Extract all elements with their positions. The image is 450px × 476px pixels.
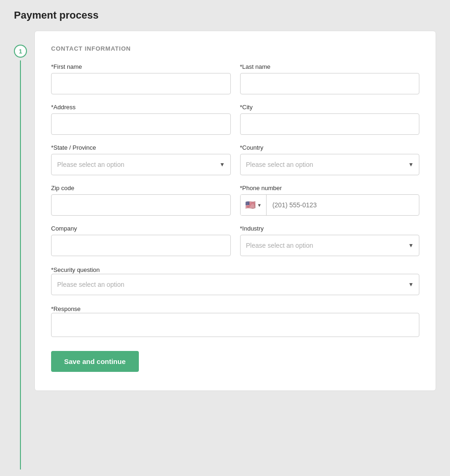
security-select[interactable]: Please select an option — [51, 274, 419, 295]
country-select-wrapper: Please select an option ▼ — [240, 154, 420, 175]
state-label: *State / Province — [51, 144, 231, 151]
address-row: *Address *City — [51, 104, 419, 135]
security-question-row: *Security question Please select an opti… — [51, 265, 419, 295]
company-input[interactable] — [51, 235, 231, 256]
address-input[interactable] — [51, 113, 231, 135]
country-select[interactable]: Please select an option — [240, 154, 420, 175]
industry-group: *Industry Please select an option ▼ — [240, 225, 420, 256]
industry-select[interactable]: Please select an option — [240, 235, 420, 256]
zip-phone-row: Zip code *Phone number 🇺🇸 ▼ — [51, 185, 419, 216]
flag-icon: 🇺🇸 — [245, 201, 255, 209]
name-row: *First name *Last name — [51, 63, 419, 94]
section-title: CONTACT INFORMATION — [51, 45, 419, 52]
state-select-wrapper: Please select an option ▼ — [51, 154, 231, 175]
security-select-wrapper: Please select an option ▼ — [51, 274, 419, 295]
save-and-continue-button[interactable]: Save and continue — [51, 351, 139, 372]
response-input[interactable] — [51, 313, 419, 337]
phone-label: *Phone number — [240, 185, 420, 192]
state-group: *State / Province Please select an optio… — [51, 144, 231, 175]
city-input[interactable] — [240, 113, 420, 135]
zip-input[interactable] — [51, 194, 231, 216]
step-indicator: 1 — [14, 31, 27, 469]
city-group: *City — [240, 104, 420, 135]
page-title: Payment process — [14, 9, 436, 21]
industry-label: *Industry — [240, 225, 420, 232]
phone-group: *Phone number 🇺🇸 ▼ — [240, 185, 420, 216]
company-label: Company — [51, 225, 231, 232]
country-group: *Country Please select an option ▼ — [240, 144, 420, 175]
phone-input[interactable] — [267, 201, 419, 209]
company-group: Company — [51, 225, 231, 256]
address-group: *Address — [51, 104, 231, 135]
stepper-area: 1 CONTACT INFORMATION *First name *Last … — [14, 31, 436, 469]
state-country-row: *State / Province Please select an optio… — [51, 144, 419, 175]
step-line — [20, 60, 21, 469]
first-name-group: *First name — [51, 63, 231, 94]
country-label: *Country — [240, 144, 420, 151]
city-label: *City — [240, 104, 420, 111]
address-label: *Address — [51, 104, 231, 111]
step-circle: 1 — [14, 45, 27, 58]
zip-label: Zip code — [51, 185, 231, 192]
zip-group: Zip code — [51, 185, 231, 216]
phone-flag-button[interactable]: 🇺🇸 ▼ — [241, 195, 267, 215]
company-industry-row: Company *Industry Please select an optio… — [51, 225, 419, 256]
last-name-label: *Last name — [240, 63, 420, 70]
first-name-label: *First name — [51, 63, 231, 70]
flag-caret-icon: ▼ — [257, 203, 262, 208]
state-select[interactable]: Please select an option — [51, 154, 231, 175]
form-card: CONTACT INFORMATION *First name *Last na… — [34, 31, 436, 391]
first-name-input[interactable] — [51, 73, 231, 94]
phone-wrapper: 🇺🇸 ▼ — [240, 194, 420, 216]
page-container: Payment process 1 CONTACT INFORMATION *F… — [0, 0, 450, 476]
industry-select-wrapper: Please select an option ▼ — [240, 235, 420, 256]
security-label: *Security question — [51, 266, 100, 273]
last-name-input[interactable] — [240, 73, 420, 94]
response-row: *Response — [51, 304, 419, 337]
last-name-group: *Last name — [240, 63, 420, 94]
response-label: *Response — [51, 305, 81, 312]
